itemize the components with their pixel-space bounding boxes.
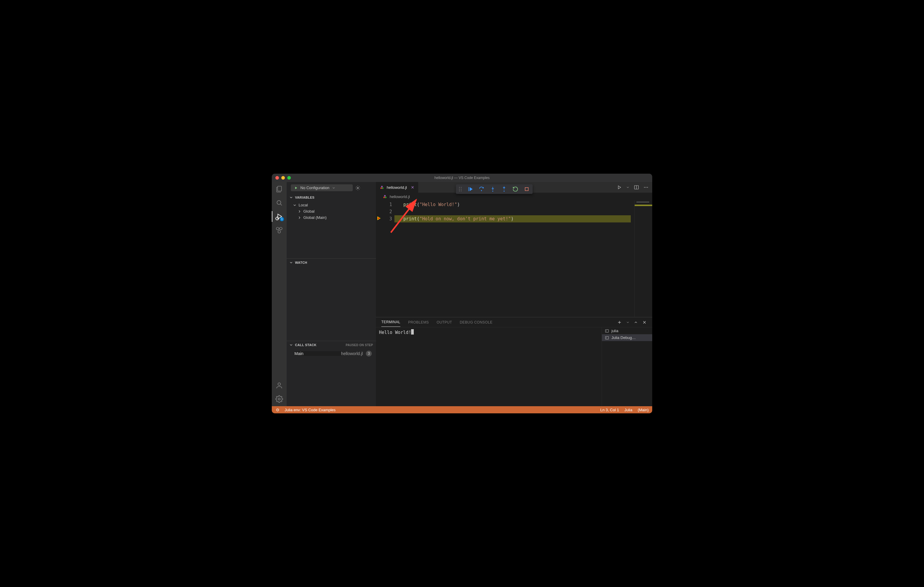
variables-scope-global[interactable]: Global <box>287 208 376 214</box>
variables-section-header[interactable]: VARIABLES <box>287 194 376 201</box>
svg-point-20 <box>459 191 460 191</box>
tab-output[interactable]: OUTPUT <box>437 318 452 327</box>
maximize-panel-icon[interactable] <box>634 320 638 324</box>
editor-area: helloworld.jl <box>376 182 652 406</box>
step-over-button[interactable] <box>478 186 484 192</box>
line-number: 3 <box>383 215 394 222</box>
run-file-icon[interactable] <box>617 185 622 190</box>
variables-title: VARIABLES <box>295 196 314 199</box>
split-editor-icon[interactable] <box>634 185 639 190</box>
status-language-mode[interactable]: Julia <box>624 408 632 412</box>
debug-config-label: No Configuration <box>300 186 330 190</box>
extensions-icon[interactable] <box>275 226 284 234</box>
debug-status-icon[interactable] <box>276 408 280 412</box>
svg-point-30 <box>378 218 380 219</box>
callstack-section-header[interactable]: CALL STACK PAUSED ON STEP <box>287 341 376 349</box>
panel-tabs: TERMINAL PROBLEMS OUTPUT DEBUG CONSOLE <box>376 317 652 327</box>
variables-scope-global-main[interactable]: Global (Main) <box>287 214 376 220</box>
window-traffic-lights <box>272 176 291 179</box>
tab-terminal[interactable]: TERMINAL <box>381 317 400 327</box>
titlebar[interactable]: helloworld.jl — VS Code Examples <box>272 174 652 182</box>
line-number: 2 <box>383 208 394 215</box>
julia-file-icon <box>383 194 387 199</box>
terminal-output[interactable]: Hello World! <box>376 327 602 406</box>
status-julia-env[interactable]: Julia env: VS Code Examples <box>285 408 335 412</box>
explorer-icon[interactable] <box>275 185 284 193</box>
svg-point-23 <box>492 191 493 191</box>
maximize-window-button[interactable] <box>287 176 291 179</box>
search-icon[interactable] <box>275 199 284 207</box>
line-numbers: 1 2 3 <box>383 201 394 317</box>
close-panel-icon[interactable] <box>642 320 647 325</box>
svg-point-27 <box>383 197 385 198</box>
debug-settings-gear-icon[interactable] <box>355 185 360 191</box>
svg-point-14 <box>646 187 646 187</box>
svg-rect-25 <box>525 187 528 191</box>
debug-config-selector[interactable]: No Configuration <box>291 184 353 191</box>
terminal-text: Hello World! <box>379 330 411 335</box>
svg-point-8 <box>357 187 359 189</box>
callstack-frame-file: helloworld.jl <box>341 351 363 356</box>
svg-point-22 <box>481 190 482 191</box>
terminal-session-julia[interactable]: julia <box>602 327 652 334</box>
chevron-down-icon <box>289 343 293 347</box>
tab-problems[interactable]: PROBLEMS <box>408 318 429 327</box>
terminal-sessions-list: julia Julia Debug… <box>602 327 652 406</box>
minimize-window-button[interactable] <box>281 176 285 179</box>
svg-point-33 <box>277 409 278 411</box>
new-terminal-icon[interactable] <box>617 320 622 325</box>
variables-scope-label: Local <box>299 203 308 207</box>
svg-point-11 <box>381 186 383 187</box>
more-actions-icon[interactable] <box>643 185 648 190</box>
tab-helloworld[interactable]: helloworld.jl <box>376 182 418 193</box>
vscode-window: helloworld.jl — VS Code Examples 1 <box>272 174 652 413</box>
svg-point-7 <box>278 398 280 400</box>
code-line <box>394 208 634 215</box>
variables-scope-label: Global <box>304 209 315 214</box>
svg-point-15 <box>647 187 648 187</box>
restart-button[interactable] <box>512 186 518 192</box>
status-cursor-position[interactable]: Ln 3, Col 1 <box>601 408 619 412</box>
step-into-button[interactable] <box>490 186 496 192</box>
status-bar: Julia env: VS Code Examples Ln 3, Col 1 … <box>272 406 652 413</box>
terminal-icon <box>605 336 609 340</box>
settings-gear-icon[interactable] <box>275 395 284 403</box>
run-file-dropdown-icon[interactable] <box>626 186 630 189</box>
watch-section-header[interactable]: WATCH <box>287 259 376 266</box>
minimap[interactable] <box>634 201 652 317</box>
callstack-frame[interactable]: Main helloworld.jl 3 <box>287 349 376 358</box>
chevron-down-icon <box>289 196 293 199</box>
code-content[interactable]: print("Hello World!") print("Hold on now… <box>394 201 634 317</box>
svg-point-28 <box>385 197 386 198</box>
watch-section: WATCH <box>287 258 376 341</box>
run-debug-icon[interactable]: 1 <box>275 212 284 220</box>
callstack-status: PAUSED ON STEP <box>346 344 373 347</box>
svg-rect-31 <box>606 329 609 332</box>
current-frame-icon <box>377 216 382 220</box>
debug-sidebar: No Configuration VARIABLES Local <box>287 182 376 406</box>
stop-button[interactable] <box>524 186 530 192</box>
debug-toolbar[interactable] <box>456 184 533 194</box>
activity-bar: 1 <box>272 182 287 406</box>
tab-debug-console[interactable]: DEBUG CONSOLE <box>460 318 493 327</box>
drag-handle-icon[interactable] <box>459 187 462 191</box>
status-julia-scope[interactable]: (Main) <box>638 408 648 412</box>
terminal-session-label: Julia Debug… <box>611 335 636 340</box>
chevron-right-icon <box>297 209 302 214</box>
glyph-margin <box>376 201 383 317</box>
debug-badge: 1 <box>280 217 284 221</box>
watch-title: WATCH <box>295 261 307 264</box>
step-out-button[interactable] <box>501 186 507 192</box>
terminal-session-julia-debug[interactable]: Julia Debug… <box>602 334 652 341</box>
code-line: print("Hello World!") <box>394 201 634 208</box>
close-tab-icon[interactable] <box>411 185 415 189</box>
tab-filename: helloworld.jl <box>387 185 407 190</box>
close-window-button[interactable] <box>276 176 279 179</box>
accounts-icon[interactable] <box>275 381 284 390</box>
code-editor[interactable]: 1 2 3 print("Hello World!") print("Hold … <box>376 201 652 317</box>
continue-button[interactable] <box>467 186 473 192</box>
svg-rect-0 <box>278 186 282 191</box>
variables-scope-local[interactable]: Local <box>287 202 376 208</box>
terminal-dropdown-icon[interactable] <box>626 321 630 324</box>
svg-point-5 <box>278 230 281 233</box>
